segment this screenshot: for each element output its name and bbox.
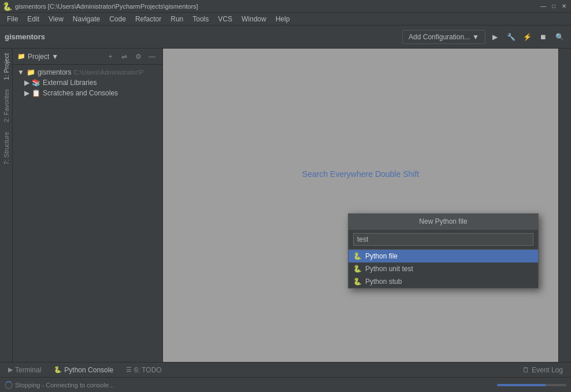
menu-file[interactable]: File xyxy=(2,14,23,24)
menu-help[interactable]: Help xyxy=(271,14,295,24)
menu-window[interactable]: Window xyxy=(237,14,271,24)
status-bar: Stopping - Connecting to console... xyxy=(0,377,571,392)
project-minimize-icon[interactable]: — xyxy=(146,51,158,62)
stop-button[interactable]: ⏹ xyxy=(536,30,550,44)
project-add-icon[interactable]: + xyxy=(105,51,116,62)
toolbar: gismentors Add Configuration... ▼ ▶ 🔧 ⚡ … xyxy=(0,25,571,49)
project-panel-title-text: Project xyxy=(28,53,49,61)
main-area: 1: Project 2: Favorites 7: Structure 📁 P… xyxy=(0,49,571,362)
menu-view[interactable]: View xyxy=(44,14,68,24)
project-panel-title: 📁 Project ▼ xyxy=(17,53,102,61)
title-text: gismentors [C:\Users\Administrator\Pycha… xyxy=(15,3,198,10)
tree-expand-icon: ▶ xyxy=(24,89,29,97)
project-tree: ▼ 📁 gismentors C:\Users\Administrator\P … xyxy=(13,65,162,362)
sidebar-item-favorites[interactable]: 2: Favorites xyxy=(2,87,11,124)
tree-expand-icon: ▼ xyxy=(17,68,24,76)
run-button[interactable]: ▶ xyxy=(488,30,502,44)
python-console-tab[interactable]: 🐍 Python Console xyxy=(48,365,119,375)
status-bar-right xyxy=(497,384,566,386)
todo-tab-label: 6: TODO xyxy=(134,366,162,374)
build-button[interactable]: 🔧 xyxy=(504,30,518,44)
tree-expand-icon: ▶ xyxy=(24,79,29,87)
close-button[interactable]: ✕ xyxy=(559,2,569,11)
todo-icon: ☰ xyxy=(126,366,132,373)
project-title: gismentors xyxy=(5,32,45,41)
add-config-arrow: ▼ xyxy=(472,33,479,41)
event-log-button[interactable]: 🗒 Event Log xyxy=(517,365,569,375)
new-python-file-dialog: New Python file 🐍 Python file 🐍 Python u… xyxy=(348,213,539,289)
dialog-option-label: Python unit test xyxy=(365,265,413,273)
python-console-icon: 🐍 xyxy=(54,366,62,373)
dialog-input-row xyxy=(348,230,538,250)
python-console-tab-label: Python Console xyxy=(64,366,113,374)
dialog-option-label: Python file xyxy=(365,252,398,260)
add-configuration-button[interactable]: Add Configuration... ▼ xyxy=(402,30,485,44)
dialog-option-label: Python stub xyxy=(365,278,402,286)
progress-bar xyxy=(497,384,566,386)
project-panel-dropdown-icon[interactable]: ▼ xyxy=(51,53,58,61)
app-icon: 🐍 xyxy=(2,2,12,11)
new-file-name-input[interactable] xyxy=(353,233,533,246)
tree-item-gismentors[interactable]: ▼ 📁 gismentors C:\Users\Administrator\P xyxy=(13,67,162,77)
title-left: 🐍 gismentors [C:\Users\Administrator\Pyc… xyxy=(2,2,198,11)
search-hint-text: Search Everywhere Double Shift xyxy=(302,169,419,179)
tree-item-path: C:\Users\Administrator\P xyxy=(74,69,144,76)
project-settings-icon[interactable]: ⚙ xyxy=(132,51,144,62)
status-bar-left: Stopping - Connecting to console... xyxy=(5,381,114,389)
event-log-icon: 🗒 xyxy=(522,366,529,374)
search-hint: Search Everywhere Double Shift xyxy=(302,169,419,179)
project-panel-header: 📁 Project ▼ + ⇌ ⚙ — xyxy=(13,49,162,65)
dialog-option-python-unit-test[interactable]: 🐍 Python unit test xyxy=(348,262,538,275)
scratch-icon: 📋 xyxy=(32,89,40,97)
content-area: Search Everywhere Double Shift New Pytho… xyxy=(163,49,558,362)
folder-icon: 📁 xyxy=(27,68,35,76)
coverage-button[interactable]: ⚡ xyxy=(520,30,534,44)
add-config-label: Add Configuration... xyxy=(409,33,470,41)
status-text: Stopping - Connecting to console... xyxy=(15,382,114,389)
menu-tools[interactable]: Tools xyxy=(188,14,213,24)
menu-bar: File Edit View Navigate Code Refactor Ru… xyxy=(0,13,571,25)
dialog-option-python-file[interactable]: 🐍 Python file xyxy=(348,250,538,262)
menu-refactor[interactable]: Refactor xyxy=(131,14,166,24)
progress-fill xyxy=(497,384,546,386)
todo-tab[interactable]: ☰ 6: TODO xyxy=(120,365,168,375)
terminal-icon: ▶ xyxy=(8,366,13,373)
right-panels xyxy=(558,49,571,362)
event-log-label: Event Log xyxy=(532,366,563,374)
menu-vcs[interactable]: VCS xyxy=(213,14,237,24)
library-icon: 📚 xyxy=(32,79,40,87)
sidebar-item-project[interactable]: 1: Project xyxy=(2,51,11,82)
tree-item-label: Scratches and Consoles xyxy=(43,89,118,97)
minimize-button[interactable]: — xyxy=(539,2,548,11)
terminal-tab-label: Terminal xyxy=(15,366,41,374)
tree-item-scratches[interactable]: ▶ 📋 Scratches and Consoles xyxy=(13,88,162,98)
python-stub-icon: 🐍 xyxy=(353,278,362,286)
search-everywhere-button[interactable]: 🔍 xyxy=(553,30,566,44)
tree-item-external-libraries[interactable]: ▶ 📚 External Libraries xyxy=(13,77,162,88)
status-spinner xyxy=(5,381,13,389)
tree-item-label: External Libraries xyxy=(43,79,97,87)
python-unit-icon: 🐍 xyxy=(353,265,362,273)
sidebar-item-structure[interactable]: 7: Structure xyxy=(2,130,11,167)
title-bar: 🐍 gismentors [C:\Users\Administrator\Pyc… xyxy=(0,0,571,13)
menu-run[interactable]: Run xyxy=(166,14,188,24)
menu-navigate[interactable]: Navigate xyxy=(68,14,105,24)
maximize-button[interactable]: □ xyxy=(549,2,558,11)
python-file-icon: 🐍 xyxy=(353,252,362,260)
menu-code[interactable]: Code xyxy=(105,14,131,24)
dialog-title: New Python file xyxy=(348,214,538,230)
window-controls: — □ ✕ xyxy=(539,2,569,11)
bottom-toolbar: ▶ Terminal 🐍 Python Console ☰ 6: TODO 🗒 … xyxy=(0,362,571,377)
terminal-tab[interactable]: ▶ Terminal xyxy=(2,365,47,375)
project-panel: 📁 Project ▼ + ⇌ ⚙ — ▼ 📁 gismentors C:\Us… xyxy=(13,49,163,362)
left-sidebar: 1: Project 2: Favorites 7: Structure xyxy=(0,49,13,362)
project-sync-icon[interactable]: ⇌ xyxy=(118,51,130,62)
dialog-option-python-stub[interactable]: 🐍 Python stub xyxy=(348,275,538,288)
tree-item-label: gismentors xyxy=(38,68,72,76)
menu-edit[interactable]: Edit xyxy=(23,14,44,24)
